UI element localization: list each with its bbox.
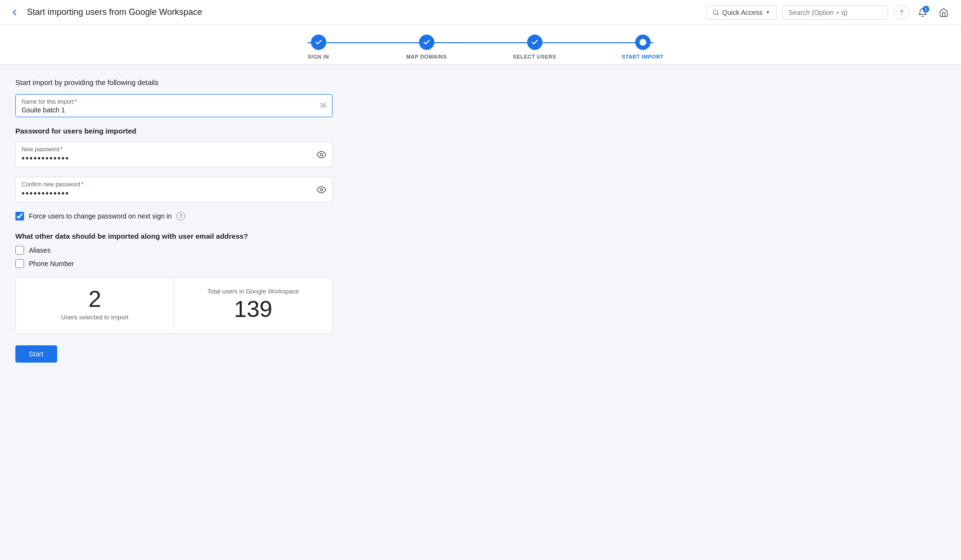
step-start-import: START IMPORT [589,35,697,60]
aliases-label[interactable]: Aliases [29,246,50,254]
header: Start importing users from Google Worksp… [0,0,961,25]
back-button[interactable] [10,8,19,17]
step-circle-map-domains [419,35,434,50]
eye-icon-confirm [317,185,326,195]
start-button[interactable]: Start [15,345,57,363]
help-button[interactable]: ? [894,5,909,20]
confirm-password-label: Confirm new password* [22,181,326,188]
step-label-map-domains: MAP DOMAINS [406,54,447,60]
confirm-password-input[interactable] [22,189,326,199]
other-data-title: What other data should be imported along… [15,232,369,240]
toggle-new-password-button[interactable] [317,150,326,159]
phone-row: Phone Number [15,259,369,268]
step-sign-in: SIGN IN [264,35,372,60]
step-label-sign-in: SIGN IN [308,54,329,60]
eye-icon [317,150,326,159]
confirm-password-group: Confirm new password* [15,177,369,202]
password-section-title: Password for users being imported [15,127,369,135]
help-icon: ? [899,9,903,16]
search-icon [713,9,719,16]
step-circle-select-users [527,35,542,50]
force-change-checkbox[interactable] [15,212,24,220]
header-actions: Quick Access ▼ ? 1 [706,5,951,20]
page-title: Start importing users from Google Worksp… [27,7,699,17]
users-selected-number: 2 [27,288,162,311]
new-password-group: New password* [15,142,369,167]
svg-line-1 [717,13,719,15]
step-select-users: SELECT USERS [480,35,589,60]
import-name-wrapper: Name for this import* 36 [15,94,333,117]
stats-container: 2 Users selected to import Total users i… [15,278,333,334]
home-icon [939,8,949,17]
notifications-button[interactable]: 1 [915,5,930,20]
users-selected-stat: 2 Users selected to import [16,278,174,333]
aliases-checkbox[interactable] [15,246,24,255]
users-selected-label: Users selected to import [27,314,162,321]
phone-label[interactable]: Phone Number [29,260,74,268]
svg-point-2 [320,153,323,156]
stepper: SIGN IN MAP DOMAINS SELECT USERS START I… [0,25,961,65]
new-password-wrapper: New password* [15,142,333,167]
search-input[interactable] [782,5,888,20]
new-password-input[interactable] [22,154,326,164]
import-name-input[interactable] [22,106,326,114]
notification-count: 1 [923,6,929,12]
aliases-row: Aliases [15,246,369,255]
main-content: Start import by providing the following … [0,65,384,376]
svg-point-3 [320,188,323,191]
import-name-group: Name for this import* 36 [15,94,369,117]
step-label-select-users: SELECT USERS [513,54,556,60]
quick-access-chevron-icon: ▼ [765,10,770,15]
home-button[interactable] [936,5,951,20]
step-map-domains: MAP DOMAINS [372,35,480,60]
total-users-stat: Total users in Google Workspace 139 [174,278,333,333]
new-password-label: New password* [22,146,326,153]
force-change-row: Force users to change password on next s… [15,212,369,220]
import-name-char-count: 36 [320,102,326,109]
force-change-help-icon[interactable]: ? [176,212,185,220]
phone-checkbox[interactable] [15,259,24,268]
form-intro: Start import by providing the following … [15,78,369,86]
import-name-label: Name for this import* [22,98,326,105]
quick-access-button[interactable]: Quick Access ▼ [706,5,776,20]
toggle-confirm-password-button[interactable] [317,185,326,195]
step-circle-sign-in [311,35,326,50]
total-users-number: 139 [186,298,321,321]
confirm-password-wrapper: Confirm new password* [15,177,333,202]
total-users-label: Total users in Google Workspace [186,288,321,295]
step-label-start-import: START IMPORT [622,54,664,60]
step-circle-start-import [635,35,651,50]
quick-access-label: Quick Access [722,9,763,16]
force-change-label[interactable]: Force users to change password on next s… [29,212,172,220]
